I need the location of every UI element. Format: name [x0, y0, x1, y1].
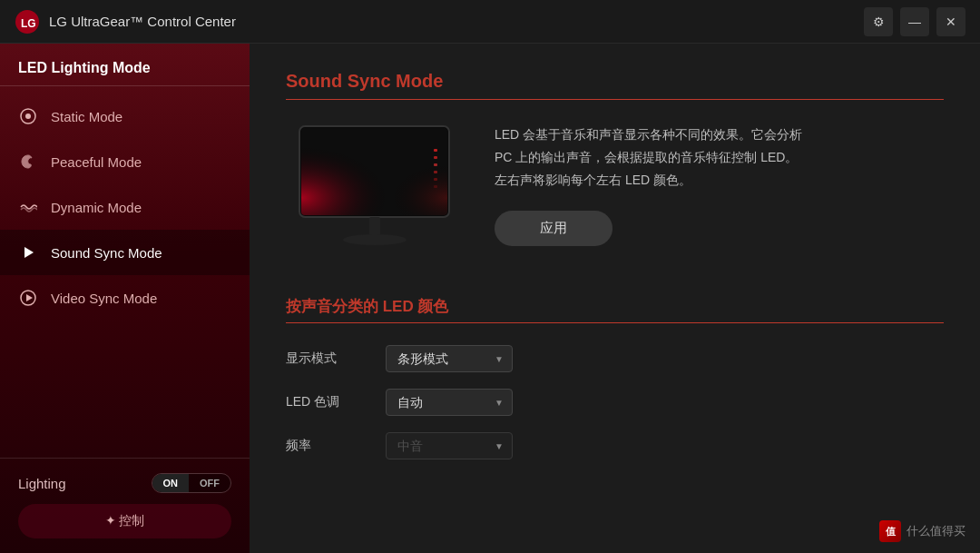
control-button[interactable]: ✦ 控制 — [18, 504, 231, 538]
window-controls: ⚙ — ✕ — [864, 7, 965, 36]
sidebar-item-dynamic-label: Dynamic Mode — [51, 200, 142, 215]
sound-sync-mode-icon — [18, 242, 38, 262]
monitor-preview — [286, 114, 467, 269]
frequency-label: 频率 — [286, 438, 368, 454]
led-hue-select[interactable]: 自动 手动 — [386, 389, 513, 416]
svg-rect-14 — [434, 156, 437, 159]
sidebar-item-peaceful-label: Peaceful Mode — [51, 154, 142, 170]
sidebar-item-video-sync[interactable]: Video Sync Mode — [0, 275, 250, 321]
sidebar-header: LED Lighting Mode — [0, 44, 250, 86]
display-mode-row: 显示模式 条形模式 波形模式 脉冲模式 — [286, 345, 944, 372]
monitor-svg — [290, 122, 463, 262]
static-mode-icon — [18, 106, 38, 126]
watermark-text: 什么值得买 — [906, 523, 965, 539]
display-mode-select-wrapper: 条形模式 波形模式 脉冲模式 — [386, 345, 513, 372]
apply-row: 应用 — [495, 211, 944, 246]
lighting-off-button[interactable]: OFF — [189, 474, 230, 492]
display-mode-label: 显示模式 — [286, 351, 368, 367]
svg-rect-11 — [369, 217, 380, 235]
top-section: LED 会基于音乐和声音显示各种不同的效果。它会分析 PC 上的输出声音，会根据… — [286, 114, 944, 269]
frequency-row: 频率 中音 低音 高音 — [286, 432, 944, 459]
led-hue-row: LED 色调 自动 手动 — [286, 389, 944, 416]
sidebar: LED Lighting Mode Static Mode Peaceful M… — [0, 44, 250, 553]
svg-rect-13 — [434, 149, 437, 152]
description-text: LED 会基于音乐和声音显示各种不同的效果。它会分析 PC 上的输出声音，会根据… — [495, 114, 944, 193]
app-logo: LG — [15, 9, 40, 35]
led-hue-label: LED 色调 — [286, 394, 368, 410]
dynamic-mode-icon — [18, 197, 38, 217]
svg-text:LG: LG — [21, 17, 36, 30]
frequency-select[interactable]: 中音 低音 高音 — [386, 432, 513, 459]
content-area: Sound Sync Mode — [250, 44, 980, 553]
svg-rect-18 — [434, 185, 437, 188]
settings-button[interactable]: ⚙ — [864, 7, 893, 36]
minimize-button[interactable]: — — [900, 7, 929, 36]
sidebar-item-peaceful[interactable]: Peaceful Mode — [0, 139, 250, 184]
title-bar: LG LG UltraGear™ Control Center ⚙ — ✕ — [0, 0, 980, 44]
description-section: LED 会基于音乐和声音显示各种不同的效果。它会分析 PC 上的输出声音，会根据… — [495, 114, 944, 246]
svg-rect-16 — [434, 171, 437, 173]
sidebar-item-video-sync-label: Video Sync Mode — [51, 291, 157, 306]
sidebar-item-static-label: Static Mode — [51, 109, 122, 124]
sidebar-item-sound-sync-label: Sound Sync Mode — [51, 245, 162, 261]
svg-point-12 — [343, 234, 407, 245]
svg-marker-4 — [24, 247, 34, 258]
main-layout: LED Lighting Mode Static Mode Peaceful M… — [0, 44, 980, 553]
svg-rect-17 — [434, 178, 437, 181]
sidebar-footer: Lighting ON OFF ✦ 控制 — [0, 458, 250, 553]
led-section-title: 按声音分类的 LED 颜色 — [286, 296, 944, 323]
close-button[interactable]: ✕ — [936, 7, 965, 36]
sidebar-item-static[interactable]: Static Mode — [0, 94, 250, 139]
frequency-select-wrapper: 中音 低音 高音 — [386, 432, 513, 459]
display-mode-select[interactable]: 条形模式 波形模式 脉冲模式 — [386, 345, 513, 372]
watermark-icon: 值 — [879, 520, 901, 542]
lighting-toggle-row: Lighting ON OFF — [18, 473, 231, 493]
sidebar-item-sound-sync[interactable]: Sound Sync Mode — [0, 230, 250, 275]
svg-rect-15 — [434, 163, 437, 166]
svg-rect-10 — [301, 128, 447, 215]
peaceful-mode-icon — [18, 152, 38, 172]
svg-point-3 — [25, 114, 31, 119]
lighting-toggle-group: ON OFF — [152, 473, 232, 493]
app-title: LG UltraGear™ Control Center — [49, 14, 864, 29]
apply-button[interactable]: 应用 — [495, 211, 612, 246]
svg-marker-6 — [26, 294, 33, 301]
watermark: 值 什么值得买 — [879, 520, 965, 542]
main-section-title: Sound Sync Mode — [286, 71, 944, 100]
video-sync-mode-icon — [18, 288, 38, 308]
lighting-label: Lighting — [18, 476, 66, 491]
sidebar-item-dynamic[interactable]: Dynamic Mode — [0, 184, 250, 230]
lighting-on-button[interactable]: ON — [152, 474, 190, 492]
led-hue-select-wrapper: 自动 手动 — [386, 389, 513, 416]
